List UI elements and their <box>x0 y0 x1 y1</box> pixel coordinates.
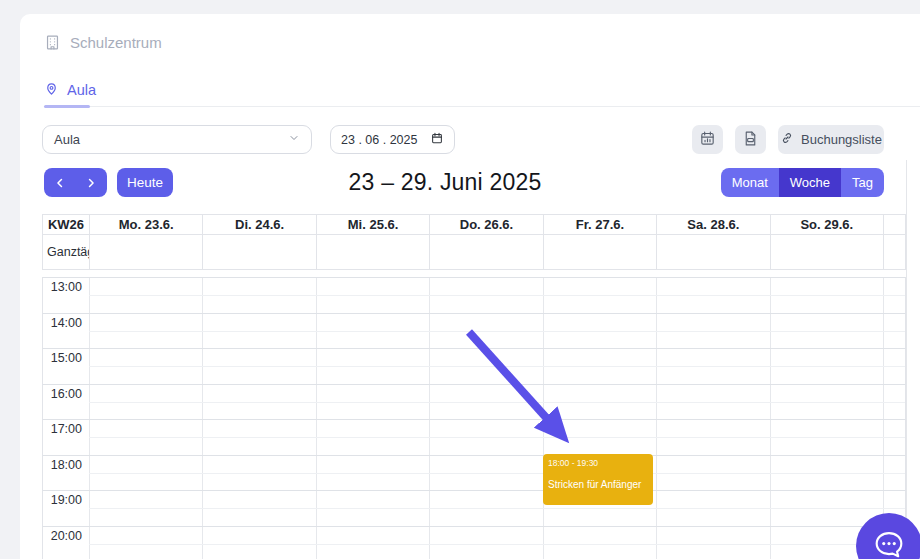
time-slot-cell[interactable] <box>656 456 769 491</box>
time-slot-cell[interactable] <box>202 527 315 559</box>
date-range-title: 23 – 29. Juni 2025 <box>335 169 555 196</box>
time-label: 13:00 <box>43 278 89 313</box>
time-slot-cell[interactable] <box>429 527 542 559</box>
allday-cell[interactable] <box>89 235 202 269</box>
time-slot-cell[interactable] <box>770 278 883 313</box>
time-slot-cell[interactable] <box>316 491 429 526</box>
time-slot-cell[interactable] <box>656 491 769 526</box>
allday-row: Ganztäg <box>42 235 906 270</box>
time-slot-cell[interactable] <box>543 349 656 384</box>
time-slot-cell[interactable] <box>89 456 202 491</box>
time-slot-cell[interactable] <box>89 385 202 420</box>
time-slot-cell[interactable] <box>770 349 883 384</box>
calendar-icon <box>430 131 444 148</box>
allday-cell[interactable] <box>543 235 656 269</box>
prev-week-button[interactable] <box>44 168 76 197</box>
allday-scroll-gutter <box>883 235 905 269</box>
link-icon <box>780 131 794 148</box>
time-slot-cell[interactable] <box>543 314 656 349</box>
time-slot-cell[interactable] <box>543 527 656 559</box>
view-button-monat[interactable]: Monat <box>721 168 779 197</box>
calendar-export-button[interactable] <box>692 125 723 154</box>
time-slot-cell[interactable] <box>543 385 656 420</box>
day-header: Sa. 28.6. <box>656 215 769 234</box>
time-label: 19:00 <box>43 491 89 526</box>
time-slot-cell[interactable] <box>770 491 883 526</box>
time-slot-cell[interactable] <box>429 385 542 420</box>
time-slot-cell[interactable] <box>656 527 769 559</box>
time-slot-cell[interactable] <box>656 314 769 349</box>
day-header: Mi. 25.6. <box>316 215 429 234</box>
time-slot-cell[interactable] <box>429 456 542 491</box>
grid-scroll-gutter <box>883 278 905 313</box>
time-slot-cell[interactable] <box>543 278 656 313</box>
date-input[interactable]: 23 . 06 . 2025 <box>330 125 455 154</box>
allday-cell[interactable] <box>429 235 542 269</box>
allday-cell[interactable] <box>316 235 429 269</box>
time-slot-cell[interactable] <box>770 314 883 349</box>
time-slot-cell[interactable] <box>89 314 202 349</box>
time-slot-cell[interactable] <box>316 456 429 491</box>
time-slot-cell[interactable] <box>89 527 202 559</box>
booking-list-button[interactable]: Buchungsliste <box>778 125 884 154</box>
time-slot-cell[interactable] <box>656 420 769 455</box>
time-slot-cell[interactable] <box>89 491 202 526</box>
time-slot-cell[interactable] <box>89 349 202 384</box>
time-slot-cell[interactable] <box>429 349 542 384</box>
time-slot-cell[interactable] <box>429 314 542 349</box>
date-input-value: 23 . 06 . 2025 <box>341 133 417 147</box>
time-slot-cell[interactable] <box>202 420 315 455</box>
time-slot-cell[interactable] <box>89 420 202 455</box>
time-label: 16:00 <box>43 385 89 420</box>
building-icon <box>44 34 61 51</box>
view-button-woche[interactable]: Woche <box>779 168 841 197</box>
hour-row: 18:00 <box>42 455 906 491</box>
time-slot-cell[interactable] <box>316 385 429 420</box>
scrollbar-track[interactable] <box>906 160 907 559</box>
time-slot-cell[interactable] <box>656 385 769 420</box>
chevron-down-icon <box>288 132 300 147</box>
pdf-export-button[interactable] <box>735 125 766 154</box>
next-week-button[interactable] <box>76 168 108 197</box>
time-slot-cell[interactable] <box>316 314 429 349</box>
time-slot-cell[interactable] <box>656 349 769 384</box>
grid-scroll-gutter <box>883 456 905 491</box>
time-slot-cell[interactable] <box>202 385 315 420</box>
time-slot-cell[interactable] <box>202 491 315 526</box>
time-label: 20:00 <box>43 527 89 559</box>
view-button-tag[interactable]: Tag <box>841 168 884 197</box>
time-slot-cell[interactable] <box>429 278 542 313</box>
time-slot-cell[interactable] <box>89 278 202 313</box>
time-slot-cell[interactable] <box>202 278 315 313</box>
time-slot-cell[interactable] <box>543 420 656 455</box>
time-slot-cell[interactable] <box>316 527 429 559</box>
room-select-value: Aula <box>54 132 80 147</box>
time-slot-cell[interactable] <box>202 349 315 384</box>
time-slot-cell[interactable] <box>770 420 883 455</box>
time-slot-cell[interactable] <box>202 456 315 491</box>
time-slot-cell[interactable] <box>429 420 542 455</box>
allday-cell[interactable] <box>202 235 315 269</box>
grid-scroll-gutter <box>883 349 905 384</box>
allday-cell[interactable] <box>770 235 883 269</box>
event-stricken-fuer-anfaenger[interactable]: 18:00 - 19:30 Stricken für Anfänger <box>543 454 653 505</box>
tab-aula[interactable]: Aula <box>44 81 96 99</box>
allday-cell[interactable] <box>656 235 769 269</box>
hour-row: 17:00 <box>42 419 906 455</box>
time-slot-cell[interactable] <box>316 278 429 313</box>
time-label: 17:00 <box>43 420 89 455</box>
center-name-label: Schulzentrum <box>70 34 162 51</box>
time-slot-cell[interactable] <box>202 314 315 349</box>
room-select[interactable]: Aula <box>42 125 312 154</box>
time-slot-cell[interactable] <box>770 456 883 491</box>
grid-scroll-gutter <box>883 314 905 349</box>
time-slot-cell[interactable] <box>316 420 429 455</box>
time-grid: 18:00 - 19:30 Stricken für Anfänger 13:0… <box>42 277 906 559</box>
time-slot-cell[interactable] <box>316 349 429 384</box>
today-button[interactable]: Heute <box>117 168 173 197</box>
time-slot-cell[interactable] <box>770 385 883 420</box>
time-slot-cell[interactable] <box>429 491 542 526</box>
day-header: Mo. 23.6. <box>89 215 202 234</box>
time-slot-cell[interactable] <box>656 278 769 313</box>
header-scroll-gutter <box>883 215 905 234</box>
